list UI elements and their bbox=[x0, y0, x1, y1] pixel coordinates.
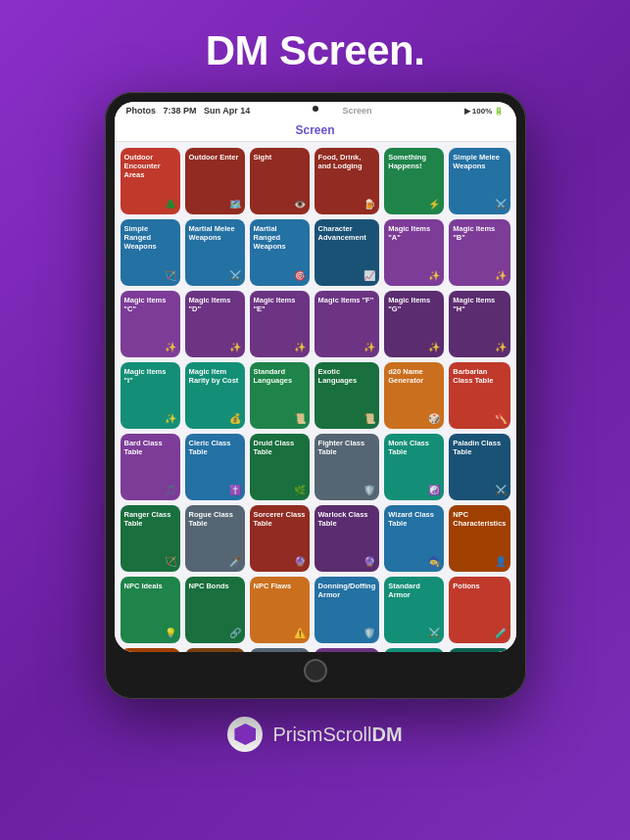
card-icon: 🔮 bbox=[254, 556, 306, 568]
card-item[interactable]: Outdoor Encounter Areas🌲 bbox=[121, 148, 180, 214]
card-icon: 🪓 bbox=[453, 413, 506, 425]
nav-title: Screen bbox=[295, 123, 334, 137]
card-item[interactable]: Character Advancement📈 bbox=[315, 219, 380, 286]
brand-text: PrismScrollDM bbox=[272, 723, 402, 746]
card-item[interactable]: Rogue Class Table🗡️ bbox=[185, 505, 245, 572]
card-label: Magic Items "F" bbox=[318, 296, 376, 340]
card-item[interactable]: Martial Melee Weapons⚔️ bbox=[185, 219, 245, 286]
status-left: Photos 7:38 PM Sun Apr 14 bbox=[126, 106, 251, 116]
ipad-bottom bbox=[115, 652, 516, 689]
card-label: Exotic Languages bbox=[318, 367, 376, 411]
card-label: Bard Class Table bbox=[124, 439, 176, 483]
card-item[interactable]: Warlock Class Table🔮 bbox=[315, 505, 380, 572]
card-item[interactable]: Donning/Doffing Armor🛡️ bbox=[315, 577, 380, 643]
card-label: Barbarian Class Table bbox=[453, 367, 506, 411]
card-item[interactable]: Magic Item Rarity by Cost💰 bbox=[185, 362, 245, 429]
card-icon: 🎵 bbox=[124, 485, 176, 496]
card-icon: 🎯 bbox=[254, 270, 306, 282]
card-item[interactable]: Wizard Class Table🧙 bbox=[384, 505, 444, 572]
card-item[interactable]: NPC Ideals💡 bbox=[121, 577, 180, 643]
card-item[interactable]: Magic Items "F"✨ bbox=[315, 291, 380, 357]
card-item[interactable]: Potions🧪 bbox=[449, 577, 509, 643]
card-item[interactable]: Paladin Class Table⚔️ bbox=[449, 434, 509, 500]
card-item[interactable]: NPC Bonds🔗 bbox=[185, 577, 245, 643]
card-item[interactable]: Standard Armor⚔️ bbox=[384, 577, 444, 643]
card-item[interactable]: NPC Flaws⚠️ bbox=[250, 577, 310, 643]
card-icon: ⚠️ bbox=[254, 628, 306, 639]
card-icon: ✨ bbox=[453, 270, 506, 282]
card-label: Sorcerer Class Table bbox=[254, 510, 306, 554]
card-item[interactable]: Something Happens!⚡ bbox=[384, 148, 444, 214]
card-item[interactable]: Magic Items "G"✨ bbox=[384, 291, 444, 357]
card-label: Character Advancement bbox=[318, 224, 376, 268]
card-label: Monk Class Table bbox=[388, 439, 440, 483]
card-item[interactable]: Food, Drink, and Lodging🍺 bbox=[315, 148, 380, 214]
card-icon: 🎲 bbox=[388, 413, 440, 425]
camera-dot bbox=[313, 106, 318, 112]
card-item[interactable]: NPC Characteristics👤 bbox=[449, 505, 509, 572]
card-item[interactable]: Fighter Class Table🛡️ bbox=[315, 434, 380, 500]
card-icon: 📜 bbox=[318, 413, 376, 425]
card-icon: 💰 bbox=[189, 413, 241, 425]
card-item[interactable]: Sight👁️ bbox=[250, 148, 310, 214]
cards-grid: Outdoor Encounter Areas🌲Outdoor Enter🗺️S… bbox=[121, 148, 510, 652]
card-item[interactable]: Magic Items "H"✨ bbox=[449, 291, 509, 357]
card-label: Martial Melee Weapons bbox=[189, 224, 241, 268]
card-icon: 🛡️ bbox=[318, 628, 376, 639]
card-label: Druid Class Table bbox=[254, 439, 306, 483]
card-item[interactable]: d20 Name Generator🎲 bbox=[384, 362, 444, 429]
card-item[interactable]: Magic Items "C"✨ bbox=[121, 291, 180, 357]
card-item[interactable]: Martial Ranged Weapons🎯 bbox=[250, 219, 310, 286]
card-item[interactable]: Daily Dungeoner's NPC Generator🎲 bbox=[185, 648, 245, 652]
card-icon: 🏹 bbox=[124, 270, 176, 282]
card-item[interactable]: Currency Exchange Rates💰 bbox=[121, 648, 180, 652]
card-item[interactable]: Standard Languages📜 bbox=[250, 362, 310, 429]
card-item[interactable]: Exotic Languages📜 bbox=[315, 362, 380, 429]
card-item[interactable]: Monk Class Table☯️ bbox=[384, 434, 444, 500]
card-item[interactable]: High Jump⬆️ bbox=[449, 648, 509, 652]
card-label: Rogue Class Table bbox=[189, 510, 241, 554]
card-item[interactable]: Cleric Class Table✝️ bbox=[185, 434, 245, 500]
card-icon: ⚔️ bbox=[189, 270, 241, 282]
card-item[interactable]: Simple Ranged Weapons🏹 bbox=[121, 219, 180, 286]
card-item[interactable]: Bard Class Table🎵 bbox=[121, 434, 180, 500]
card-item[interactable]: Simple Melee Weapons⚔️ bbox=[449, 148, 509, 214]
card-icon: 🛡️ bbox=[318, 485, 376, 496]
card-icon: ✝️ bbox=[189, 485, 241, 496]
card-item[interactable]: Magic Items "I"✨ bbox=[121, 362, 180, 429]
brand-suffix: DM bbox=[372, 723, 403, 745]
card-icon: 🌲 bbox=[124, 199, 176, 210]
card-label: Magic Items "C" bbox=[124, 296, 176, 340]
card-icon: 🌿 bbox=[254, 485, 306, 496]
card-item[interactable]: Magic Items "A"✨ bbox=[384, 219, 444, 286]
card-icon: 🗺️ bbox=[189, 199, 241, 210]
card-item[interactable]: Tavern Name Generator🍺 bbox=[250, 648, 310, 652]
card-label: Fighter Class Table bbox=[318, 439, 376, 483]
card-label: Martial Ranged Weapons bbox=[254, 224, 306, 268]
card-item[interactable]: Outdoor Enter🗺️ bbox=[185, 148, 245, 214]
card-item[interactable]: Ranger Class Table🏹 bbox=[121, 505, 180, 572]
card-label: Magic Items "B" bbox=[453, 224, 506, 268]
home-button[interactable] bbox=[304, 659, 327, 682]
card-item[interactable]: Chimera Roll Table🐉 bbox=[315, 648, 380, 652]
card-item[interactable]: Magic Items "B"✨ bbox=[449, 219, 509, 286]
card-item[interactable]: Magic Items "E"✨ bbox=[250, 291, 310, 357]
card-label: Donning/Doffing Armor bbox=[318, 582, 376, 626]
card-icon: ✨ bbox=[388, 342, 440, 353]
card-icon: 👤 bbox=[453, 556, 506, 568]
card-label: Something Happens! bbox=[388, 153, 440, 197]
status-right: ▶ 100% 🔋 bbox=[464, 107, 505, 116]
brand-icon bbox=[227, 717, 263, 752]
card-icon: 📜 bbox=[254, 413, 306, 425]
card-label: NPC Ideals bbox=[124, 582, 176, 626]
card-item[interactable]: Magic Items "D"✨ bbox=[185, 291, 245, 357]
page-title: DM Screen. bbox=[206, 27, 425, 74]
card-item[interactable]: Long Jump🏃 bbox=[384, 648, 444, 652]
card-item[interactable]: Sorcerer Class Table🔮 bbox=[250, 505, 310, 572]
card-label: NPC Flaws bbox=[254, 582, 306, 626]
grid-area[interactable]: Outdoor Encounter Areas🌲Outdoor Enter🗺️S… bbox=[115, 142, 516, 652]
card-icon: ✨ bbox=[124, 413, 176, 425]
card-item[interactable]: Barbarian Class Table🪓 bbox=[449, 362, 509, 429]
card-item[interactable]: Druid Class Table🌿 bbox=[250, 434, 310, 500]
card-icon: 🍺 bbox=[318, 199, 376, 210]
